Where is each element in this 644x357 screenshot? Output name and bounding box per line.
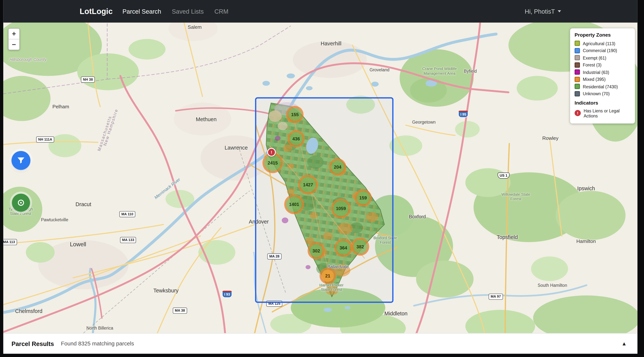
zone-color-swatch — [575, 48, 580, 53]
zone-label: Unknown (70) — [583, 91, 610, 96]
zone-label: Mixed (395) — [583, 77, 606, 82]
cluster-marker-1427[interactable]: 1427 — [300, 177, 316, 193]
top-navbar: LotLogic Parcel SearchSaved ListsCRM Hi,… — [3, 0, 638, 22]
route-shield-nh-111a: NH 111A — [36, 136, 54, 143]
zone-label: Exempt (61) — [583, 55, 606, 60]
zoom-control: + − — [8, 28, 20, 50]
alert-icon: ! — [575, 110, 581, 116]
route-shield-nh-38: NH 38 — [81, 76, 95, 83]
map-canvas[interactable]: SalemHaverhillGrovelandByfieldCrane Pond… — [3, 22, 638, 333]
main-nav: Parcel SearchSaved ListsCRM — [122, 8, 228, 15]
route-shield-ma-133: MA 133 — [120, 237, 136, 243]
zone-label: Commercial (190) — [583, 48, 617, 53]
app-window: LotLogic Parcel SearchSaved ListsCRM Hi,… — [3, 0, 638, 354]
brand-logo[interactable]: LotLogic — [80, 7, 112, 16]
route-shield-ma-38: MA 38 — [173, 308, 187, 314]
results-bar: Parcel Results Found 8325 matching parce… — [3, 333, 638, 354]
route-shield-ma-113: MA 113 — [3, 239, 17, 245]
zone-label: Agricultural (113) — [583, 41, 616, 46]
legend-indicators-title: Indicators — [575, 100, 630, 106]
zone-color-swatch — [575, 41, 580, 46]
route-shield-i-93: I 93 — [222, 291, 232, 298]
cluster-marker-21[interactable]: 21 — [322, 270, 334, 282]
legend-zone-industrial-63: Industrial (63) — [575, 69, 630, 75]
cluster-marker-302[interactable]: 302 — [310, 244, 323, 257]
route-shield-ma-110: MA 110 — [119, 211, 135, 217]
legend-indicator-has-liens-or-legal-actions: !Has Liens or Legal Actions — [575, 108, 630, 118]
chevron-down-icon — [558, 10, 561, 12]
zone-color-swatch — [575, 76, 580, 82]
route-shield-us-1: US 1 — [498, 173, 510, 179]
nav-item-saved-lists[interactable]: Saved Lists — [172, 8, 204, 15]
legend-panel: Property Zones Agricultural (113)Commerc… — [570, 28, 635, 124]
zone-label: Residential (7430) — [583, 84, 618, 89]
zoom-in-button[interactable]: + — [8, 29, 19, 39]
legend-zone-residential-7430: Residential (7430) — [575, 84, 630, 89]
zone-color-swatch — [575, 55, 580, 60]
cluster-marker-204[interactable]: 204 — [331, 160, 344, 173]
liens-alert-marker[interactable]: ! — [267, 148, 276, 156]
legend-zone-commercial-190: Commercial (190) — [575, 48, 630, 53]
zone-label: Forest (3) — [583, 62, 602, 67]
cluster-marker-159[interactable]: 159 — [356, 191, 370, 204]
nav-item-crm[interactable]: CRM — [214, 8, 228, 15]
funnel-icon — [16, 156, 26, 165]
desktop-background: LotLogic Parcel SearchSaved ListsCRM Hi,… — [0, 0, 644, 357]
route-shield-ma-97: MA 97 — [488, 294, 503, 300]
target-icon — [16, 198, 26, 207]
cluster-marker-382[interactable]: 382 — [353, 240, 367, 254]
filter-button[interactable] — [12, 151, 30, 170]
indicator-label: Has Liens or Legal Actions — [584, 108, 630, 118]
legend-zone-list: Agricultural (113)Commercial (190)Exempt… — [575, 41, 630, 96]
route-shield-i-95: I 95 — [458, 110, 468, 117]
user-menu[interactable]: Hi, PhotisT — [525, 8, 561, 15]
locate-button[interactable] — [12, 194, 30, 212]
zone-color-swatch — [575, 84, 580, 89]
cluster-marker-364[interactable]: 364 — [336, 241, 350, 255]
legend-title: Property Zones — [575, 32, 630, 38]
legend-zone-mixed-395: Mixed (395) — [575, 76, 630, 82]
cluster-marker-1059[interactable]: 1059 — [333, 201, 349, 216]
user-greeting: Hi, PhotisT — [525, 8, 555, 15]
cluster-marker-436[interactable]: 436 — [290, 132, 302, 145]
results-title: Parcel Results — [12, 340, 54, 347]
zone-color-swatch — [575, 91, 580, 96]
cluster-marker-1401[interactable]: 1401 — [286, 197, 302, 212]
zone-label: Industrial (63) — [583, 70, 609, 74]
zoom-out-button[interactable]: − — [8, 39, 19, 50]
legend-zone-agricultural-113: Agricultural (113) — [575, 41, 630, 46]
legend-zone-forest-3: Forest (3) — [575, 62, 630, 68]
legend-zone-unknown-70: Unknown (70) — [575, 91, 630, 96]
legend-zone-exempt-61: Exempt (61) — [575, 55, 630, 60]
cluster-marker-2415[interactable]: 2415 — [264, 155, 281, 171]
nav-item-parcel-search[interactable]: Parcel Search — [122, 8, 161, 15]
results-summary: Found 8325 matching parcels — [61, 341, 134, 347]
zone-color-swatch — [575, 62, 580, 68]
cluster-marker-155[interactable]: 155 — [288, 108, 302, 121]
legend-indicator-list: !Has Liens or Legal Actions — [575, 108, 630, 118]
zone-color-swatch — [575, 69, 580, 75]
collapse-results-button[interactable]: ▲ — [619, 339, 629, 349]
